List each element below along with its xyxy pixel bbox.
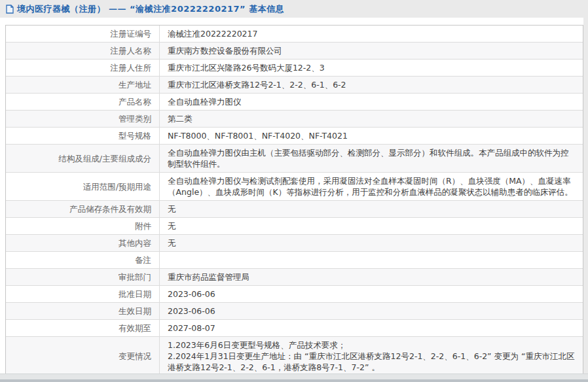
bottom-edge (0, 379, 588, 382)
row-label-text: 附件 (135, 220, 151, 232)
row-label-text: 生产地址 (119, 79, 151, 90)
row-value-text: 2023-06-06 (168, 305, 215, 317)
row-label: 型号规格 (6, 128, 160, 144)
row-value: 全自动血栓弹力图仪 (160, 94, 583, 110)
table-row: 产品名称全自动血栓弹力图仪 (6, 94, 583, 111)
row-value-text: NF-T8000、NF-T8001、NF-T4020、NF-T4021 (168, 130, 348, 141)
row-label: 管理类别 (6, 111, 160, 127)
row-value: NF-T8000、NF-T8001、NF-T4020、NF-T4021 (160, 128, 583, 144)
row-label: 产品储存条件及有效期 (6, 201, 160, 217)
page-header: 境内医疗器械（注册） —— “渝械注准20222220217” 基本信息 (0, 0, 588, 18)
table-row: 注册人住所重庆市江北区兴隆路26号数码大厦12-2、3 (6, 60, 583, 77)
row-label: 注册人名称 (6, 43, 160, 59)
row-value: 1.2023年6月6日变更型号规格、产品技术要求； 2.2024年1月31日变更… (160, 337, 583, 375)
row-value: 重庆市江北区港桥支路12号2-1、2-2、6-1、6-2 (160, 77, 583, 93)
table-row: 产品储存条件及有效期无 (6, 201, 583, 218)
row-label-text: 批准日期 (119, 288, 151, 300)
row-value-text: 重庆南方数控设备股份有限公司 (168, 45, 282, 56)
table-row: 审批部门重庆市药品监督管理局 (6, 269, 583, 286)
table-row: 附件无 (6, 218, 583, 235)
row-label-text: 变更情况 (119, 351, 151, 362)
row-label-text: 注册证编号 (111, 28, 152, 39)
table-row: 适用范围/预期用途全自动血栓弹力图仪与检测试剂配套使用，采用凝固法对全血样本凝固… (6, 173, 583, 201)
table-row: 型号规格NF-T8000、NF-T8001、NF-T4020、NF-T4021 (6, 128, 583, 145)
row-label: 产品名称 (6, 94, 160, 110)
row-label: 注册证编号 (6, 26, 160, 42)
table-row: 生产地址重庆市江北区港桥支路12号2-1、2-2、6-1、6-2 (6, 77, 583, 94)
row-value-text: 渝械注准20222220217 (168, 28, 257, 39)
row-label-text: 其他内容 (119, 237, 151, 249)
row-label-text: 产品名称 (119, 96, 151, 107)
row-value: 全自动血栓弹力图仪由主机（主要包括驱动部分、检测部分、显示部分）和软件组成。本产… (160, 145, 583, 172)
row-value-text: 全自动血栓弹力图仪由主机（主要包括驱动部分、检测部分、显示部分）和软件组成。本产… (168, 147, 575, 169)
table-row: 其他内容无 (6, 235, 583, 252)
row-value: 第二类 (160, 111, 583, 127)
table-row: 有效期至2027-08-07 (6, 320, 583, 337)
row-label: 注册人住所 (6, 60, 160, 76)
row-value-text: 无 (168, 220, 176, 232)
row-label: 适用范围/预期用途 (6, 173, 160, 200)
row-label: 生效日期 (6, 303, 160, 319)
row-value-text: 2027-08-07 (168, 322, 215, 334)
row-label-text: 注册人名称 (111, 45, 152, 56)
table-row: 变更情况1.2023年6月6日变更型号规格、产品技术要求； 2.2024年1月3… (6, 337, 583, 376)
row-value: 无 (160, 235, 583, 251)
row-value-text: 无 (168, 237, 176, 249)
row-label-text: 结构及组成/主要组成成分 (58, 153, 151, 164)
row-value-text: 1.2023年6月6日变更型号规格、产品技术要求； 2.2024年1月31日变更… (168, 339, 575, 373)
row-label-text: 有效期至 (119, 322, 151, 334)
row-label: 审批部门 (6, 269, 160, 285)
table-row: 结构及组成/主要组成成分全自动血栓弹力图仪由主机（主要包括驱动部分、检测部分、显… (6, 145, 583, 173)
row-value: 全自动血栓弹力图仪与检测试剂配套使用，采用凝固法对全血样本凝固时间（R）、血块强… (160, 173, 583, 200)
row-value: 2023-06-06 (160, 303, 583, 319)
row-value-text: 2023-06-06 (168, 288, 215, 300)
table-row: 注册人名称重庆南方数控设备股份有限公司 (6, 43, 583, 60)
row-value: 重庆市药品监督管理局 (160, 269, 583, 285)
table-row: 管理类别第二类 (6, 111, 583, 128)
row-value-text: 无 (168, 203, 176, 215)
document-icon (6, 5, 14, 14)
row-label-text: 管理类别 (119, 113, 151, 124)
row-value: 渝械注准20222220217 (160, 26, 583, 42)
row-label: 生产地址 (6, 77, 160, 93)
row-label: 备注 (6, 252, 160, 268)
row-value-text: 全自动血栓弹力图仪与检测试剂配套使用，采用凝固法对全血样本凝固时间（R）、血块强… (168, 175, 575, 198)
row-value (160, 252, 583, 268)
row-label: 结构及组成/主要组成成分 (6, 145, 160, 172)
row-label-text: 备注 (135, 254, 151, 266)
row-value-text: 重庆市江北区港桥支路12号2-1、2-2、6-1、6-2 (168, 79, 346, 90)
right-edge-strip (583, 0, 588, 382)
row-label-text: 型号规格 (119, 130, 151, 141)
row-value: 重庆市江北区兴隆路26号数码大厦12-2、3 (160, 60, 583, 76)
row-value: 重庆南方数控设备股份有限公司 (160, 43, 583, 59)
row-value: 2027-08-07 (160, 320, 583, 336)
bottom-bar (0, 373, 588, 382)
row-value: 无 (160, 218, 583, 234)
row-label: 其他内容 (6, 235, 160, 251)
row-label: 变更情况 (6, 337, 160, 375)
row-label: 有效期至 (6, 320, 160, 336)
table-row: 注册证编号渝械注准20222220217 (6, 26, 583, 43)
row-label: 批准日期 (6, 286, 160, 302)
row-value-text: 重庆市江北区兴隆路26号数码大厦12-2、3 (168, 62, 325, 73)
row-value-text: 重庆市药品监督管理局 (168, 271, 249, 283)
table-row: 批准日期2023-06-06 (6, 286, 583, 303)
info-table: 注册证编号渝械注准20222220217注册人名称重庆南方数控设备股份有限公司注… (5, 25, 583, 382)
row-value: 2023-06-06 (160, 286, 583, 302)
row-value-text: 第二类 (168, 113, 193, 124)
row-label-text: 产品储存条件及有效期 (69, 203, 151, 215)
page-title: 境内医疗器械（注册） —— “渝械注准20222220217” 基本信息 (17, 3, 284, 15)
row-value-text: 全自动血栓弹力图仪 (168, 96, 242, 107)
row-label-text: 生效日期 (119, 305, 151, 317)
table-row: 生效日期2023-06-06 (6, 303, 583, 320)
row-label: 附件 (6, 218, 160, 234)
row-label-text: 适用范围/预期用途 (83, 181, 151, 192)
table-row: 备注 (6, 252, 583, 269)
row-value: 无 (160, 201, 583, 217)
row-label-text: 注册人住所 (111, 62, 152, 73)
row-label-text: 审批部门 (119, 271, 151, 283)
